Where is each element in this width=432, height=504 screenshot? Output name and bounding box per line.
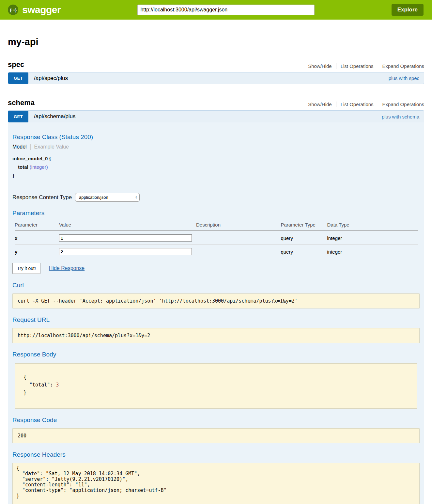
param-description <box>196 245 281 259</box>
table-row-y: y query integer <box>15 245 418 259</box>
response-class-heading: Response Class (Status 200) <box>12 134 420 141</box>
page-title: my-api <box>8 37 424 47</box>
list-operations-link[interactable]: List Operations <box>336 63 378 69</box>
col-data-type: Data Type <box>327 220 418 231</box>
model-tabs: Model Example Value <box>12 144 420 150</box>
response-content-type-label: Response Content Type <box>12 194 72 201</box>
get-method-badge[interactable]: GET <box>8 72 28 84</box>
try-row: Try it out! Hide Response <box>12 263 420 274</box>
property-type: (integer) <box>30 164 48 170</box>
select-arrows-icon: ▲▼ <box>135 196 137 199</box>
parameters-heading: Parameters <box>12 210 420 217</box>
brand[interactable]: {⋯} swagger <box>8 4 61 15</box>
section-head-spec: spec Show/Hide List Operations Expand Op… <box>8 60 424 69</box>
hide-response-link[interactable]: Hide Response <box>49 265 85 271</box>
resource-links-spec: Show/Hide List Operations Expand Operati… <box>304 63 424 69</box>
tab-example-value[interactable]: Example Value <box>30 144 69 150</box>
show-hide-link[interactable]: Show/Hide <box>304 63 336 69</box>
show-hide-link[interactable]: Show/Hide <box>304 102 336 107</box>
section-divider <box>8 90 424 90</box>
tab-model[interactable]: Model <box>12 144 30 150</box>
model-signature: inline_model_0 { total (integer) } <box>12 154 420 180</box>
curl-command: curl -X GET --header 'Accept: applicatio… <box>12 293 420 308</box>
model-open-brace: inline_model_0 { <box>12 154 420 163</box>
property-name: total <box>18 164 28 170</box>
get-method-badge[interactable]: GET <box>8 111 28 122</box>
response-body-number: 3 <box>56 382 59 388</box>
response-body-heading: Response Body <box>12 351 420 358</box>
swagger-logo-icon: {⋯} <box>8 5 18 15</box>
col-parameter: Parameter <box>15 220 59 231</box>
response-content-type-row: Response Content Type application/json ▲… <box>12 193 420 202</box>
col-description: Description <box>196 220 281 231</box>
response-body-suffix: } <box>23 390 26 396</box>
try-it-out-button[interactable]: Try it out! <box>12 263 40 274</box>
endpoint-summary-spec[interactable]: plus with spec <box>389 72 424 84</box>
parameters-table: Parameter Value Description Parameter Ty… <box>15 220 418 258</box>
response-code-heading: Response Code <box>12 417 420 424</box>
section-title-schema: schema <box>8 99 35 107</box>
param-type: query <box>281 231 327 245</box>
response-body-prefix: { "total": <box>23 374 56 388</box>
col-parameter-type: Parameter Type <box>281 220 327 231</box>
expand-operations-link[interactable]: Expand Operations <box>378 102 424 107</box>
param-name: x <box>15 231 59 245</box>
list-operations-link[interactable]: List Operations <box>336 102 378 107</box>
endpoint-summary-schema[interactable]: plus with schema <box>382 111 424 122</box>
brand-name: swagger <box>22 4 61 15</box>
response-body-json: { "total": 3 } <box>15 363 417 409</box>
param-type: query <box>281 245 327 259</box>
spec-url-input[interactable] <box>137 5 315 15</box>
response-content-type-select[interactable]: application/json ▲▼ <box>75 193 140 202</box>
model-property: total (integer) <box>18 163 420 171</box>
table-row-x: x query integer <box>15 231 418 245</box>
endpoint-row-schema: GET /api/schema/plus plus with schema <box>8 110 424 122</box>
endpoint-row-spec: GET /api/spec/plus plus with spec <box>8 72 424 84</box>
param-y-input[interactable] <box>59 248 192 255</box>
col-value: Value <box>59 220 196 231</box>
header-bar: {⋯} swagger Explore <box>0 0 432 20</box>
endpoint-path-schema[interactable]: /api/schema/plus <box>28 111 382 122</box>
selected-content-type: application/json <box>79 195 108 200</box>
explore-button[interactable]: Explore <box>392 4 424 16</box>
curl-heading: Curl <box>12 282 420 289</box>
response-headers-heading: Response Headers <box>12 451 420 458</box>
resource-links-schema: Show/Hide List Operations Expand Operati… <box>304 102 424 107</box>
expand-operations-link[interactable]: Expand Operations <box>378 63 424 69</box>
request-url-heading: Request URL <box>12 316 420 323</box>
request-url-value: http://localhost:3000/api/schema/plus?x=… <box>12 328 420 343</box>
section-head-schema: schema Show/Hide List Operations Expand … <box>8 99 424 107</box>
endpoint-path-spec[interactable]: /api/spec/plus <box>28 72 389 84</box>
model-close-brace: } <box>12 171 420 180</box>
response-headers-json: { "date": "Sat, 12 May 2018 14:02:34 GMT… <box>12 463 420 504</box>
section-title-spec: spec <box>8 60 24 69</box>
param-x-input[interactable] <box>59 234 192 242</box>
param-description <box>196 231 281 245</box>
operation-panel: Response Class (Status 200) Model Exampl… <box>8 122 424 504</box>
param-name: y <box>15 245 59 259</box>
param-data-type: integer <box>327 245 418 259</box>
response-code-value: 200 <box>12 428 420 443</box>
param-data-type: integer <box>327 231 418 245</box>
